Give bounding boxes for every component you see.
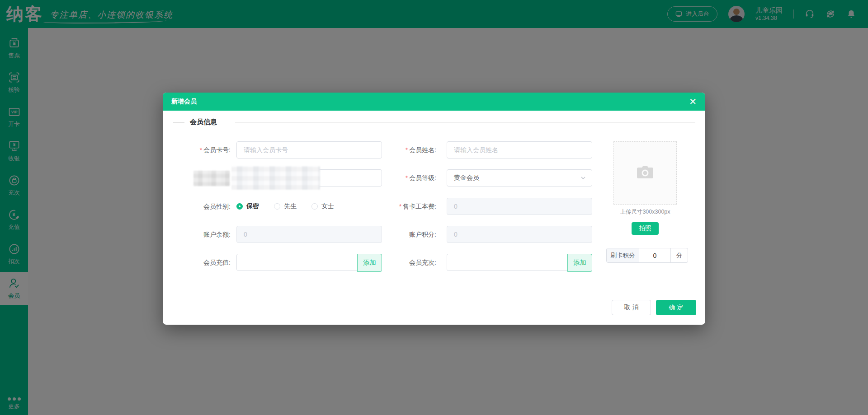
gender-radio-group: 保密 先生 女士 — [236, 198, 382, 215]
member-name-field-wrap — [447, 141, 592, 159]
swipe-points-unit: 分 — [670, 248, 688, 262]
card-fee-label: *售卡工本费: — [371, 198, 436, 215]
member-level-select[interactable]: 黄金会员 — [447, 169, 592, 187]
card-number-input[interactable] — [236, 141, 382, 159]
recharge-times-field-wrap: 添加 — [447, 254, 592, 271]
gender-field-wrap: 保密 先生 女士 — [236, 198, 382, 215]
recharge-times-input[interactable] — [447, 254, 568, 270]
points-input — [447, 226, 592, 243]
confirm-button[interactable]: 确 定 — [656, 300, 696, 315]
radio-dot — [236, 203, 243, 210]
chevron-down-icon — [580, 175, 586, 181]
close-icon[interactable]: ✕ — [689, 97, 697, 106]
member-level-field-wrap: 黄金会员 — [447, 169, 592, 187]
take-photo-button[interactable]: 拍照 — [632, 222, 659, 235]
modal-header: 新增会员 ✕ — [163, 93, 705, 111]
points-field-wrap — [447, 226, 592, 243]
gender-radio-male[interactable]: 先生 — [274, 202, 297, 210]
swipe-points-label: 刷卡积分 — [607, 248, 639, 262]
redacted-value-blur — [231, 166, 320, 190]
member-name-input[interactable] — [447, 141, 592, 159]
balance-label: 账户余额: — [165, 226, 231, 243]
balance-field-wrap — [236, 226, 382, 243]
swipe-points-group: 刷卡积分 0 分 — [606, 248, 688, 263]
member-name-label: *会员姓名: — [371, 141, 436, 159]
section-divider-right — [235, 122, 695, 123]
radio-dot — [274, 203, 280, 210]
member-level-value: 黄金会员 — [454, 174, 479, 182]
camera-icon — [634, 162, 656, 184]
radio-dot — [311, 203, 318, 210]
card-number-label: *会员卡号: — [165, 141, 231, 159]
modal-title: 新增会员 — [171, 98, 197, 106]
recharge-money-field-wrap: 添加 — [236, 254, 382, 271]
section-title: 会员信息 — [190, 118, 217, 126]
recharge-money-input[interactable] — [237, 254, 358, 270]
recharge-times-label: 会员充次: — [371, 254, 436, 271]
section-divider-left — [173, 122, 184, 123]
gender-radio-secret[interactable]: 保密 — [236, 202, 259, 210]
balance-input — [236, 226, 382, 243]
card-number-field-wrap — [236, 141, 382, 159]
card-fee-input — [447, 198, 592, 215]
redacted-label-blur — [193, 171, 230, 186]
photo-upload-box[interactable] — [613, 141, 677, 205]
recharge-money-label: 会员充值: — [165, 254, 231, 271]
member-info-section-header: 会员信息 — [163, 118, 705, 127]
swipe-points-value[interactable]: 0 — [639, 248, 670, 262]
gender-label: 会员性别: — [165, 198, 231, 215]
add-member-modal: 新增会员 ✕ 会员信息 *会员卡号: *会员姓名: *会员等级: 黄金会员 会员… — [163, 93, 705, 325]
cancel-button[interactable]: 取 消 — [612, 300, 651, 315]
points-label: 账户积分: — [371, 226, 436, 243]
gender-radio-female[interactable]: 女士 — [311, 202, 334, 210]
card-fee-field-wrap — [447, 198, 592, 215]
photo-size-hint: 上传尺寸300x300px — [595, 208, 695, 216]
recharge-times-add-button[interactable]: 添加 — [567, 254, 592, 272]
member-level-label: *会员等级: — [371, 169, 436, 187]
